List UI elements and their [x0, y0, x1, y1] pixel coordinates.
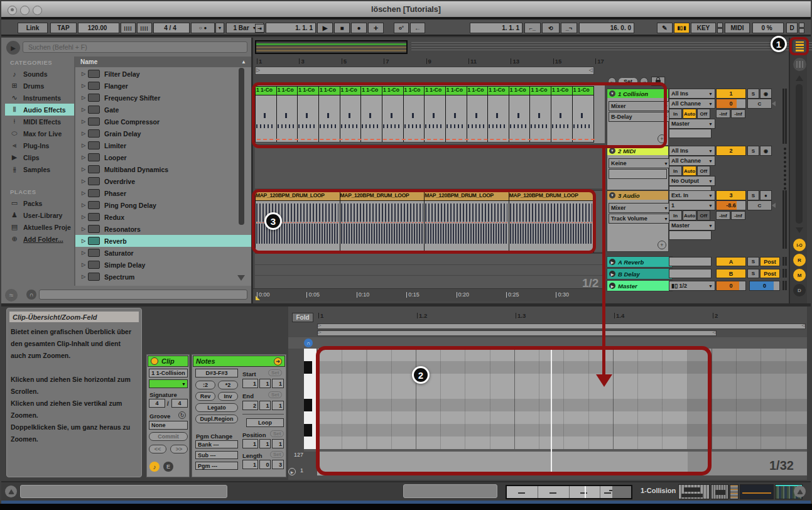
tap-button[interactable]: TAP: [50, 23, 77, 33]
output-type-chooser[interactable]: Master▼: [669, 220, 715, 231]
piano-key-white[interactable]: [304, 386, 317, 399]
return-track-header[interactable]: ▶A Reverb: [607, 256, 673, 268]
nudge-down-button[interactable]: ||||: [121, 23, 136, 33]
tempo-display[interactable]: 120.00: [78, 23, 119, 33]
arrangement-position-display[interactable]: 1. 1. 1: [266, 23, 316, 33]
vertical-scrollbar[interactable]: [796, 84, 803, 224]
preview-headphone-icon[interactable]: ∩: [304, 339, 313, 347]
next-clip-button[interactable]: >>: [170, 445, 188, 453]
sidebar-item-packs[interactable]: ▭Packs: [5, 197, 74, 209]
expand-triangle-icon[interactable]: ▷: [75, 214, 88, 220]
position-set-button[interactable]: Set: [270, 430, 284, 437]
list-item[interactable]: ▷Saturator: [75, 247, 252, 259]
list-item[interactable]: ▷Multiband Dynamics: [75, 163, 252, 175]
device-chooser[interactable]: Mixer▼: [609, 203, 671, 213]
device-thumbnail[interactable]: [740, 484, 774, 499]
pgm-chooser[interactable]: Pgm ---: [195, 462, 238, 470]
double-time-button[interactable]: *2: [218, 381, 238, 389]
loop-start-marker-icon[interactable]: ▷: [256, 67, 260, 73]
returns-section-toggle[interactable]: R: [793, 254, 806, 266]
value-field[interactable]: 0: [259, 460, 271, 469]
arm-button[interactable]: ●: [760, 190, 772, 200]
groove-hotswap-icon[interactable]: ↻: [178, 411, 186, 419]
pianoroll-loop-brace-inner[interactable]: ▷◁: [317, 330, 717, 336]
return-chooser[interactable]: [669, 269, 712, 278]
arrangement-overview[interactable]: [255, 40, 408, 54]
legato-button[interactable]: Legato: [195, 403, 238, 412]
send-field[interactable]: -inf: [716, 109, 730, 118]
value-field[interactable]: 1: [242, 460, 258, 469]
input-channel-chooser[interactable]: 1▼: [669, 200, 715, 210]
arrangement-clip-midi[interactable]: 1 1-Co: [255, 86, 277, 143]
set-button[interactable]: Set: [618, 77, 638, 85]
input-channel-chooser[interactable]: All Channe▼: [669, 156, 715, 166]
value-field[interactable]: 1: [272, 401, 284, 410]
output-type-chooser[interactable]: Master▼: [669, 119, 715, 129]
monitor-auto-button[interactable]: Auto: [683, 210, 696, 220]
mixer-section-toggle[interactable]: M: [793, 269, 806, 281]
track-number[interactable]: 2: [716, 146, 746, 156]
monitor-auto-button[interactable]: Auto: [683, 109, 696, 119]
back-to-arrangement-icon[interactable]: ←: [410, 23, 425, 33]
list-item[interactable]: ▷Flanger: [75, 80, 252, 92]
half-time-button[interactable]: :2: [195, 381, 215, 389]
expand-triangle-icon[interactable]: ▷: [75, 71, 88, 77]
monitor-off-button[interactable]: Off: [697, 166, 710, 176]
key-map-button[interactable]: KEY: [691, 23, 716, 33]
length-set-button[interactable]: Set: [270, 451, 284, 458]
arrangement-clip-midi[interactable]: 1 1-Co: [318, 86, 340, 143]
play-button[interactable]: ▶: [317, 23, 333, 33]
pan-control[interactable]: C: [747, 200, 772, 210]
sidebar-item-audio-effects[interactable]: ⫴Audio Effects: [5, 104, 74, 116]
search-input[interactable]: Suchen (Befehl + F): [23, 41, 247, 53]
sidebar-item-max-for-live[interactable]: ⬭Max for Live: [5, 127, 74, 139]
arm-button[interactable]: ◉: [760, 89, 772, 99]
solo-button[interactable]: S: [747, 89, 759, 99]
arrangement-clip-midi[interactable]: 1 1-Co: [403, 86, 425, 143]
list-item[interactable]: ▷Gate: [75, 104, 252, 116]
arrangement-clip-audio[interactable]: MAP_120BPM_DRUM_LOOP: [509, 192, 594, 252]
loop-button[interactable]: Loop: [246, 418, 284, 427]
add-automation-lane-icon[interactable]: +: [658, 134, 666, 143]
return-chooser[interactable]: [669, 257, 712, 266]
start-set-button[interactable]: Set: [268, 369, 282, 376]
list-header-row[interactable]: Name ▲: [75, 57, 252, 67]
add-automation-lane-icon[interactable]: +: [658, 241, 666, 249]
prev-clip-button[interactable]: <<: [149, 445, 166, 453]
volume-field[interactable]: 0: [716, 99, 746, 109]
punch-out-icon[interactable]: _¬: [561, 23, 577, 33]
fold-notes-icon[interactable]: ➜: [274, 357, 282, 366]
track-number[interactable]: A: [716, 257, 746, 266]
beat-time-ruler[interactable]: 1357911131517: [253, 57, 605, 66]
note-grid[interactable]: [317, 349, 807, 449]
stop-button[interactable]: ■: [334, 23, 350, 33]
unfold-track-icon[interactable]: ▶: [609, 283, 615, 289]
note-range-field[interactable]: D#3-F#3: [195, 369, 238, 377]
input-type-chooser[interactable]: All Ins▼: [669, 89, 715, 99]
arrangement-clip-midi[interactable]: 1 1-Co: [297, 86, 319, 143]
monitor-in-button[interactable]: In: [669, 166, 682, 176]
value-field[interactable]: 1: [242, 439, 258, 448]
unfold-track-icon[interactable]: ▼: [609, 148, 615, 154]
list-item[interactable]: ▷Limiter: [75, 139, 252, 151]
input-type-chooser[interactable]: Ext. In▼: [669, 190, 715, 200]
pan-control[interactable]: C: [747, 99, 772, 109]
solo-button[interactable]: S: [747, 257, 759, 266]
fold-button[interactable]: Fold: [292, 313, 313, 322]
sidebar-item-samples[interactable]: ⫵Samples: [5, 163, 74, 175]
track-header[interactable]: ▼3 AudioMixer▼Track Volume▼+: [607, 190, 669, 252]
expand-triangle-icon[interactable]: ▷: [75, 262, 88, 268]
expand-triangle-icon[interactable]: ▷: [75, 143, 88, 148]
list-scrollbar[interactable]: [239, 68, 244, 225]
sort-arrow-icon[interactable]: ▲: [241, 59, 246, 65]
expand-triangle-icon[interactable]: ▷: [75, 166, 88, 172]
monitor-off-button[interactable]: Off: [697, 210, 710, 220]
loop-set-left-icon[interactable]: ←: [608, 77, 616, 85]
sidebar-item-instruments[interactable]: ∿Instruments: [5, 92, 74, 104]
pianoroll-loop-brace-outer[interactable]: ▷◁: [317, 323, 806, 329]
piano-key-black[interactable]: [304, 361, 317, 374]
signature-denominator-field[interactable]: 4: [171, 399, 188, 408]
bank-chooser[interactable]: Bank ---: [195, 440, 238, 448]
master-track-header[interactable]: ▶Master: [607, 280, 673, 291]
arrangement-clip-midi[interactable]: 1 1-Co: [424, 86, 446, 143]
